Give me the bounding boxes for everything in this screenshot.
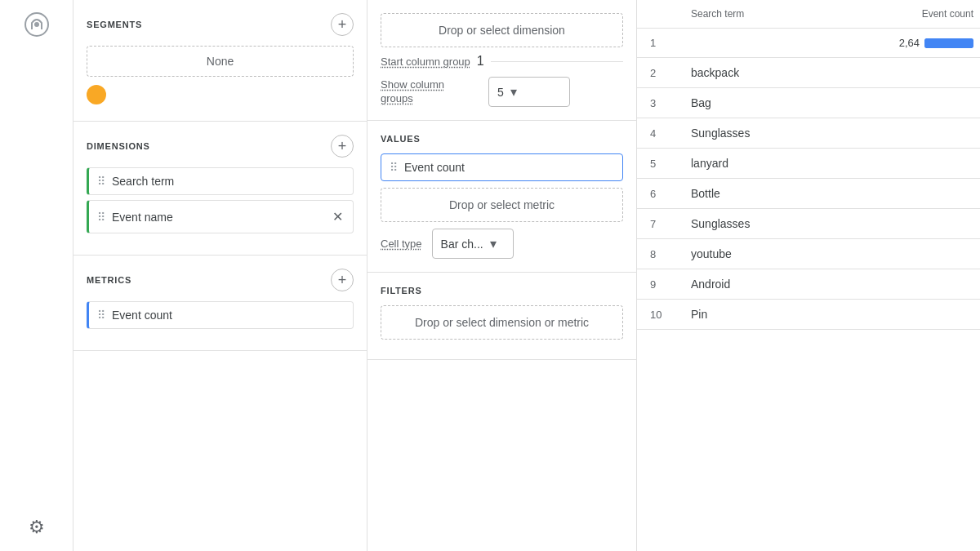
metrics-section: METRICS + ⠿ Event count	[74, 256, 367, 351]
value-label: Event count	[404, 161, 465, 174]
segments-section: SEGMENTS + None	[74, 0, 367, 122]
row-number: 5	[637, 149, 678, 179]
dimension-label: Search term	[112, 175, 345, 188]
app-logo	[19, 7, 55, 42]
value-event-count[interactable]: ⠿ Event count	[381, 153, 623, 181]
add-metric-button[interactable]: +	[331, 269, 354, 291]
dimensions-title: DIMENSIONS	[87, 141, 150, 151]
row-number: 8	[637, 239, 678, 269]
table-row: 9Android	[637, 269, 980, 300]
cell-type-row: Cell type Bar ch... ▾	[381, 229, 623, 259]
chevron-down-icon: ▾	[510, 84, 517, 100]
pivot-columns-section: Drop or select dimension Start column gr…	[368, 0, 636, 121]
column-group-line	[491, 61, 623, 62]
table-row: 4Sunglasses	[637, 118, 980, 149]
remove-dimension-button[interactable]: ✕	[331, 207, 345, 226]
col-number-header	[637, 0, 678, 29]
row-value	[822, 179, 980, 209]
row-number: 4	[637, 118, 678, 149]
add-segment-button[interactable]: +	[331, 13, 354, 36]
values-section: VALUES ⠿ Event count Drop or select metr…	[368, 121, 636, 273]
drag-icon: ⠿	[97, 175, 105, 188]
row-number: 1	[637, 29, 678, 58]
table-row: 7Sunglasses	[637, 209, 980, 239]
row-name: Bag	[678, 88, 822, 118]
table-row: 8youtube	[637, 239, 980, 269]
cell-type-label: Cell type	[381, 238, 422, 250]
add-dimension-button[interactable]: +	[331, 135, 354, 158]
column-group-row: Start column group 1	[381, 54, 623, 69]
row-name: Sunglasses	[678, 118, 822, 149]
dimension-event-name[interactable]: ⠿ Event name ✕	[87, 200, 354, 233]
row-number: 2	[637, 58, 678, 88]
row-name: Android	[678, 269, 822, 300]
row-name: Sunglasses	[678, 209, 822, 239]
dimensions-header: DIMENSIONS +	[87, 135, 354, 158]
drag-icon: ⠿	[97, 211, 105, 224]
row-value	[822, 269, 980, 300]
row-value	[822, 209, 980, 239]
left-panel: SEGMENTS + None DIMENSIONS + ⠿ Search te…	[74, 0, 368, 551]
drop-dimension-zone[interactable]: Drop or select dimension	[381, 13, 623, 47]
table-row: 12,64	[637, 29, 980, 58]
metrics-header: METRICS +	[87, 269, 354, 291]
row-name: youtube	[678, 239, 822, 269]
start-column-group-label: Start column group	[381, 56, 470, 68]
segment-indicator	[87, 85, 106, 104]
table-row: 6Bottle	[637, 179, 980, 209]
row-value	[822, 58, 980, 88]
col-value-header: Event count	[822, 0, 980, 29]
cell-type-value: Bar ch...	[441, 238, 483, 251]
filters-section: FILTERS Drop or select dimension or metr…	[368, 273, 636, 360]
chevron-down-icon: ▾	[490, 236, 497, 251]
filters-title: FILTERS	[381, 286, 623, 295]
svg-point-1	[34, 22, 39, 27]
row-name: lanyard	[678, 149, 822, 179]
sidebar: ⚙	[0, 0, 74, 551]
row-name	[678, 29, 822, 58]
row-name: Bottle	[678, 179, 822, 209]
row-name: Pin	[678, 300, 822, 330]
row-value	[822, 239, 980, 269]
table-row: 10Pin	[637, 300, 980, 330]
row-value	[822, 300, 980, 330]
values-title: VALUES	[381, 134, 623, 144]
dimension-search-term[interactable]: ⠿ Search term	[87, 167, 354, 195]
row-number: 9	[637, 269, 678, 300]
mid-panel: Drop or select dimension Start column gr…	[368, 0, 637, 551]
show-column-groups-value: 5	[497, 86, 504, 99]
drag-icon: ⠿	[97, 309, 105, 322]
dimensions-section: DIMENSIONS + ⠿ Search term ⠿ Event name …	[74, 122, 367, 256]
metrics-title: METRICS	[87, 275, 131, 285]
start-column-group-value: 1	[477, 54, 484, 69]
table-row: 3Bag	[637, 88, 980, 118]
row-number: 7	[637, 209, 678, 239]
row-name: backpack	[678, 58, 822, 88]
col-name-header: Search term	[678, 0, 822, 29]
segments-title: SEGMENTS	[87, 20, 142, 29]
cell-type-select[interactable]: Bar ch... ▾	[432, 229, 514, 259]
show-column-groups-select[interactable]: 5 ▾	[488, 77, 570, 107]
table-header-row: Search term Event count	[637, 0, 980, 29]
row-value	[822, 88, 980, 118]
row-value: 2,64	[822, 29, 980, 58]
segments-header: SEGMENTS +	[87, 13, 354, 36]
dimension-label: Event name	[112, 211, 324, 224]
show-column-groups-label: Show column groups	[381, 78, 479, 106]
table-row: 5lanyard	[637, 149, 980, 179]
row-number: 10	[637, 300, 678, 330]
settings-icon[interactable]: ⚙	[29, 517, 45, 538]
row-value	[822, 149, 980, 179]
data-table-panel: Search term Event count 12,642backpack3B…	[637, 0, 980, 551]
table-row: 2backpack	[637, 58, 980, 88]
row-number: 6	[637, 179, 678, 209]
drop-filter-zone[interactable]: Drop or select dimension or metric	[381, 305, 623, 340]
metric-event-count[interactable]: ⠿ Event count	[87, 301, 354, 329]
show-column-groups-row: Show column groups 5 ▾	[381, 77, 623, 107]
row-number: 3	[637, 88, 678, 118]
drop-metric-zone[interactable]: Drop or select metric	[381, 188, 623, 222]
segments-none: None	[87, 46, 354, 77]
data-table: Search term Event count 12,642backpack3B…	[637, 0, 980, 330]
drag-icon: ⠿	[390, 161, 398, 174]
metric-label: Event count	[112, 309, 345, 322]
